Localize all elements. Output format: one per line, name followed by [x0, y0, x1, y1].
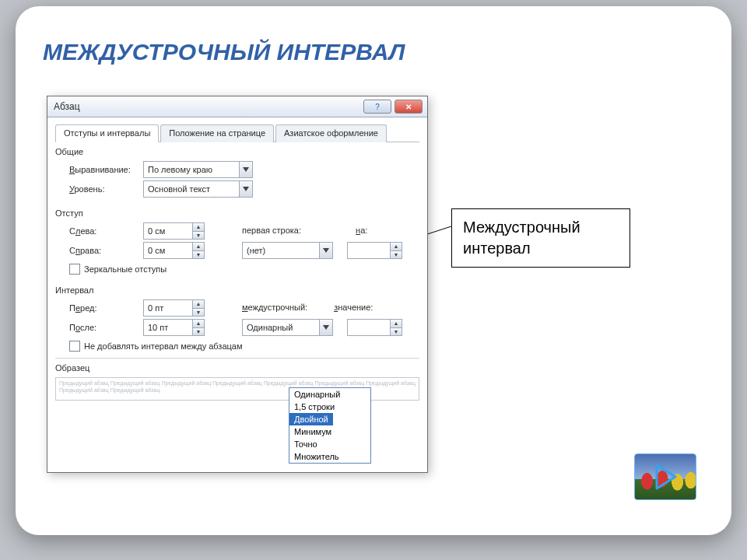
dialog-body: Отступы и интервалы Положение на страниц…	[47, 117, 427, 352]
before-value: 0 пт	[148, 303, 163, 313]
next-slide-button[interactable]	[634, 453, 696, 500]
indent-right-spin[interactable]: 0 см ▲▼	[143, 242, 205, 259]
tab-indents[interactable]: Отступы и интервалы	[55, 124, 159, 142]
chevron-down-icon	[239, 162, 252, 177]
level-select[interactable]: Основной текст	[143, 180, 253, 198]
line-spacing-option[interactable]: 1,5 строки	[289, 401, 370, 413]
spinner-icon: ▲▼	[390, 320, 402, 335]
chevron-down-icon	[239, 181, 252, 197]
section-indent: Отступ Слева: 0 см ▲▼ первая строка: на:	[55, 208, 419, 275]
line-spacing-option[interactable]: Одинарный	[289, 388, 370, 401]
firstline-value: (нет)	[247, 246, 265, 255]
slide-title: МЕЖДУСТРОЧНЫЙ ИНТЕРВАЛ	[43, 39, 405, 65]
section-general: Общие Выравнивание: По левому краю Урове…	[55, 147, 419, 198]
indent-left-label: Слева:	[69, 226, 143, 236]
line-spacing-option[interactable]: Множитель	[289, 450, 370, 463]
spinner-icon: ▲▼	[192, 300, 204, 316]
firstline-label: первая строка:	[242, 226, 301, 235]
section-spacing: Интервал Перед: 0 пт ▲▼ междустрочный: з…	[55, 285, 419, 352]
checkbox-icon	[69, 341, 80, 352]
chevron-down-icon	[319, 243, 332, 258]
close-button[interactable]: ✕	[395, 100, 423, 114]
noaddspace-checkbox[interactable]: Не добавлять интервал между абзацам	[69, 341, 419, 352]
section-spacing-header: Интервал	[55, 285, 419, 295]
callout-text: Междустрочный интервал	[463, 219, 580, 257]
align-label: Выравнивание:	[69, 165, 143, 174]
spinner-icon: ▲▼	[192, 243, 204, 258]
callout-box: Междустрочный интервал	[451, 208, 630, 268]
play-icon	[652, 464, 679, 490]
tabs: Отступы и интервалы Положение на страниц…	[55, 124, 419, 142]
spinner-icon: ▲▼	[192, 320, 204, 335]
chevron-down-icon	[319, 320, 332, 335]
level-label: Уровень:	[69, 184, 143, 194]
after-label: После:	[69, 323, 143, 332]
mirror-label: Зеркальные отступы	[84, 264, 167, 274]
value-spin[interactable]: ▲▼	[347, 319, 402, 336]
tab-asian[interactable]: Азиатское оформление	[275, 124, 387, 142]
paragraph-dialog: Абзац ? ✕ Отступы и интервалы Положение …	[47, 96, 428, 473]
after-value: 10 пт	[148, 323, 168, 332]
mirror-checkbox[interactable]: Зеркальные отступы	[69, 264, 419, 275]
line-spacing-dropdown[interactable]: Одинарный 1,5 строки Двойной Минимум Точ…	[289, 387, 371, 464]
window-title: Абзац	[52, 101, 360, 112]
section-general-header: Общие	[55, 147, 419, 156]
indent-right-label: Справа:	[69, 246, 143, 255]
titlebar[interactable]: Абзац ? ✕	[47, 96, 427, 117]
sample-header: Образец	[55, 363, 419, 373]
after-spin[interactable]: 10 пт ▲▼	[143, 319, 205, 336]
value-label: значение:	[334, 303, 373, 312]
indent-left-spin[interactable]: 0 см ▲▼	[143, 222, 205, 240]
spinner-icon: ▲▼	[192, 223, 204, 239]
by-label: на:	[356, 226, 367, 235]
indent-left-value: 0 см	[148, 226, 165, 236]
line-spacing-select[interactable]: Одинарный	[242, 319, 333, 336]
help-button[interactable]: ?	[363, 100, 391, 114]
by-spin[interactable]: ▲▼	[347, 242, 402, 259]
level-value: Основной текст	[148, 184, 210, 194]
line-spacing-option[interactable]: Минимум	[289, 425, 370, 438]
line-spacing-label: междустрочный:	[242, 303, 307, 312]
firstline-select[interactable]: (нет)	[242, 242, 333, 259]
spinner-icon: ▲▼	[390, 243, 402, 258]
indent-right-value: 0 см	[148, 246, 165, 255]
section-indent-header: Отступ	[55, 208, 419, 218]
noaddspace-label: Не добавлять интервал между абзацам	[84, 341, 243, 351]
line-spacing-option[interactable]: Точно	[289, 438, 370, 450]
line-spacing-option-selected[interactable]: Двойной	[289, 413, 333, 425]
slide: МЕЖДУСТРОЧНЫЙ ИНТЕРВАЛ Междустрочный инт…	[16, 6, 731, 535]
line-spacing-value: Одинарный	[247, 323, 293, 332]
align-select[interactable]: По левому краю	[143, 161, 253, 178]
tab-position[interactable]: Положение на странице	[160, 124, 274, 142]
before-label: Перед:	[69, 303, 143, 313]
checkbox-icon	[69, 264, 80, 275]
align-value: По левому краю	[148, 165, 212, 174]
before-spin[interactable]: 0 пт ▲▼	[143, 299, 205, 317]
